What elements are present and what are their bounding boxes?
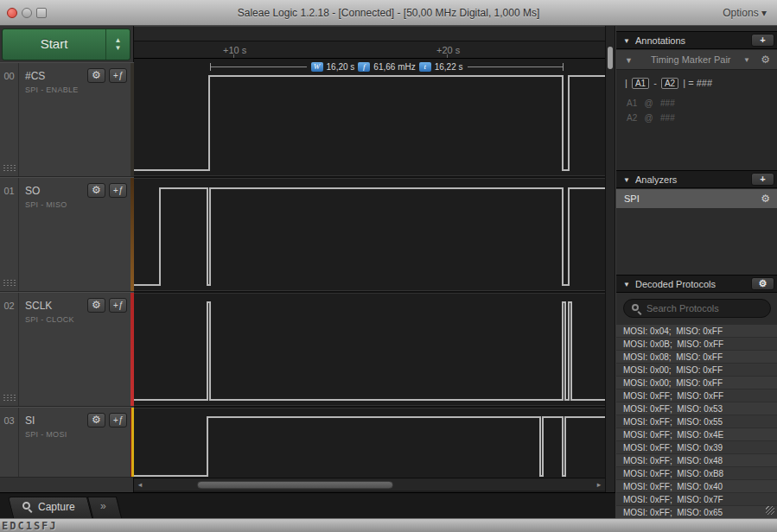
waveform-so (134, 188, 605, 285)
capture-tab[interactable]: Capture (10, 497, 90, 518)
protocol-row[interactable]: MOSI: 0xFF; MISO: 0x55 (616, 415, 777, 428)
search-placeholder: Search Protocols (646, 303, 719, 314)
protocol-row[interactable]: MOSI: 0xFF; MISO: 0x53 (616, 402, 777, 415)
add-annotation-button[interactable]: + (751, 34, 774, 47)
section-title: Analyzers (635, 174, 677, 185)
protocol-row[interactable]: MOSI: 0xFF; MISO: 0xB8 (616, 467, 777, 480)
channel-settings-button[interactable]: ⚙ (87, 68, 105, 83)
plus-icon: + (760, 35, 765, 45)
protocol-search-input[interactable]: Search Protocols (623, 299, 771, 318)
protocol-row[interactable]: MOSI: 0xFF; MISO: 0x4E (616, 428, 777, 441)
trigger-icon: +ƒ (113, 415, 123, 425)
row-resize-grip[interactable] (3, 164, 16, 172)
annotations-header[interactable]: ▼ Annotations + (616, 31, 777, 49)
protocol-row[interactable]: MOSI: 0xFF; MISO: 0xFF (616, 390, 777, 402)
marker-a2-chip[interactable]: A2 (661, 78, 678, 89)
start-options-toggle[interactable]: ▲ ▼ (105, 29, 130, 60)
channel-settings-button[interactable]: ⚙ (87, 298, 105, 313)
channel-trigger-button[interactable]: +ƒ (109, 68, 127, 83)
analyzer-name: SPI (624, 193, 640, 204)
marker-a1-position: A1 @ ### (627, 98, 675, 108)
status-text: EDC1SFJ (2, 520, 58, 532)
ruler-tick-label: +20 s (436, 45, 460, 55)
waveform-viewport[interactable]: +10 s +20 s W 16,20 s f 61,66 mHz t 16,2… (134, 26, 605, 492)
gear-icon: ⚙ (92, 299, 101, 311)
decoded-protocols-header[interactable]: ▼ Decoded Protocols ⚙ (616, 275, 777, 293)
gear-icon: ⚙ (92, 69, 101, 81)
collapse-caret-icon: ▼ (623, 281, 630, 288)
titlebar: Saleae Logic 1.2.18 - [Connected] - [50,… (0, 0, 777, 26)
channel-role-label: SPI - MOSI (25, 430, 67, 439)
ruler-tick-mark (447, 54, 448, 58)
channel-number: 02 (0, 293, 19, 406)
protocol-row[interactable]: MOSI: 0xFF; MISO: 0x40 (616, 480, 777, 493)
protocol-row[interactable]: MOSI: 0x00; MISO: 0xFF (616, 377, 777, 390)
marker-a1-chip[interactable]: A1 (632, 78, 649, 89)
window-resize-grip[interactable] (766, 506, 774, 515)
timing-marker-pair-row[interactable]: ▼ Timing Marker Pair ▼ ⚙ (616, 50, 777, 70)
protocol-row[interactable]: MOSI: 0x04; MISO: 0xFF (616, 325, 777, 338)
gear-icon[interactable]: ⚙ (761, 193, 770, 205)
channel-panel: Start ▲ ▼ 00 #CS SPI - ENABLE ⚙ +ƒ 01 SO… (0, 26, 134, 492)
gear-icon: ⚙ (92, 184, 101, 196)
vertical-scrollbar[interactable] (605, 26, 615, 492)
waveform-sclk (134, 302, 605, 400)
channel-name: SI (25, 415, 35, 427)
gear-icon[interactable]: ⚙ (761, 54, 770, 66)
channel-row-02[interactable]: 02 SCLK SPI - CLOCK ⚙ +ƒ (0, 292, 134, 407)
marker-pin-icon: ▼ (625, 56, 633, 65)
channel-trigger-button[interactable]: +ƒ (109, 183, 127, 198)
channel-trigger-button[interactable]: +ƒ (109, 413, 127, 428)
channel-role-label: SPI - CLOCK (25, 315, 74, 324)
analyzer-item-spi[interactable]: SPI ⚙ (616, 189, 777, 209)
channel-row-00[interactable]: 00 #CS SPI - ENABLE ⚙ +ƒ (0, 62, 134, 177)
channel-row-03[interactable]: 03 SI SPI - MOSI ⚙ +ƒ (0, 407, 134, 478)
chevron-up-icon: ▲ (115, 37, 122, 44)
channel-divider (134, 405, 605, 408)
row-resize-grip[interactable] (3, 279, 16, 287)
tab-overflow-button[interactable]: » (90, 497, 119, 518)
time-ruler[interactable]: +10 s +20 s (134, 41, 605, 59)
ruler-tick-label: +10 s (223, 45, 246, 55)
protocol-row[interactable]: MOSI: 0x0B; MISO: 0xFF (616, 338, 777, 351)
vertical-scrollbar-thumb[interactable] (608, 47, 613, 69)
channel-number: 01 (0, 178, 19, 291)
add-analyzer-button[interactable]: + (751, 173, 774, 186)
trigger-icon: +ƒ (113, 186, 123, 195)
decoded-settings-button[interactable]: ⚙ (751, 277, 774, 290)
protocol-row[interactable]: MOSI: 0xFF; MISO: 0x7F (616, 493, 777, 506)
plus-icon: + (760, 174, 765, 184)
channel-settings-button[interactable]: ⚙ (87, 413, 105, 428)
analyzers-header[interactable]: ▼ Analyzers + (616, 170, 777, 188)
gear-icon: ⚙ (92, 414, 101, 426)
waveform-cs (134, 76, 605, 170)
start-button[interactable]: Start ▲ ▼ (2, 28, 131, 60)
options-button[interactable]: Options ▾ (723, 7, 767, 19)
marker-a2-position: A2 @ ### (627, 113, 675, 123)
horizontal-scrollbar[interactable]: ◂ ▸ (134, 478, 605, 491)
marker-pair-details: | A1 - A2 | = ### A1 @ ### A2 @ ### (616, 70, 777, 170)
dropdown-caret-icon[interactable]: ▼ (743, 56, 750, 64)
trigger-icon: +ƒ (113, 301, 123, 310)
digital-waveforms[interactable] (134, 59, 605, 478)
horizontal-scrollbar-thumb[interactable] (197, 481, 393, 489)
channel-divider (134, 290, 605, 294)
window-title: Saleae Logic 1.2.18 - [Connected] - [50,… (0, 7, 777, 19)
protocol-row[interactable]: MOSI: 0xFF; MISO: 0x48 (616, 454, 777, 467)
row-resize-grip[interactable] (3, 394, 16, 402)
sidebar: ▼ Annotations + ▼ Timing Marker Pair ▼ ⚙… (615, 26, 777, 518)
collapse-caret-icon: ▼ (623, 176, 630, 184)
channel-settings-button[interactable]: ⚙ (87, 183, 105, 198)
protocol-row[interactable]: MOSI: 0x00; MISO: 0xFF (616, 364, 777, 377)
protocol-row[interactable]: MOSI: 0x08; MISO: 0xFF (616, 351, 777, 364)
start-button-label: Start (3, 29, 105, 60)
protocol-row[interactable]: MOSI: 0xFF; MISO: 0x39 (616, 441, 777, 454)
protocol-row[interactable]: MOSI: 0xFF; MISO: 0x65 (616, 506, 777, 518)
waveform-toolbar (134, 26, 605, 41)
channel-trigger-button[interactable]: +ƒ (109, 298, 127, 313)
gear-icon: ⚙ (759, 278, 767, 288)
channel-row-01[interactable]: 01 SO SPI - MISO ⚙ +ƒ (0, 177, 134, 292)
channel-name: #CS (25, 70, 45, 82)
scroll-right-icon[interactable]: ▸ (593, 478, 605, 491)
scroll-left-icon[interactable]: ◂ (134, 478, 146, 491)
